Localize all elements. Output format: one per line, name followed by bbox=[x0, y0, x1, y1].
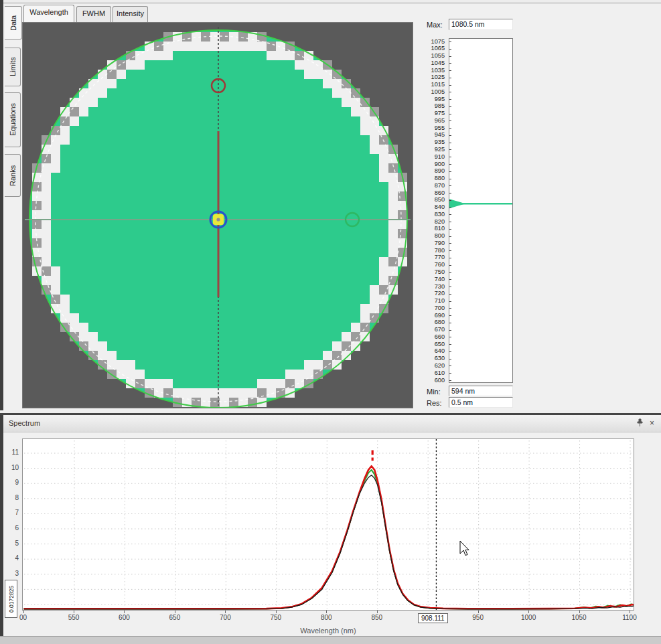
scale-tick-mark bbox=[449, 272, 451, 273]
scale-tick-label: 965 bbox=[425, 118, 445, 124]
x-tick-mark bbox=[74, 611, 74, 613]
scale-tick-label: 1035 bbox=[425, 68, 445, 74]
cursor-y-readout: 0.0172825 bbox=[5, 580, 17, 618]
x-tick-label: 800 bbox=[311, 614, 341, 621]
x-tick-mark bbox=[124, 611, 125, 613]
x-axis-title: Wavelength (nm) bbox=[22, 627, 634, 635]
x-tick-mark bbox=[630, 611, 630, 613]
panel-splitter[interactable] bbox=[0, 410, 661, 415]
max-label: Max: bbox=[427, 21, 443, 29]
scale-tick-label: 800 bbox=[425, 233, 445, 239]
x-tick-label: 1100 bbox=[615, 614, 644, 621]
scale-tick-label: 880 bbox=[425, 175, 445, 181]
scale-tick-label: 610 bbox=[425, 370, 445, 376]
pin-icon[interactable] bbox=[635, 418, 645, 428]
close-icon[interactable]: × bbox=[647, 418, 657, 428]
scale-tick-label: 820 bbox=[425, 219, 445, 225]
scale-tick-mark bbox=[449, 157, 451, 157]
spectrum-title: Spectrum bbox=[9, 419, 40, 427]
scale-tick-label: 935 bbox=[425, 139, 445, 145]
wavelength-histogram[interactable] bbox=[449, 38, 513, 383]
spectrum-plot[interactable] bbox=[22, 438, 634, 611]
res-input[interactable]: 0.5 nm bbox=[449, 397, 513, 408]
scale-tick-mark bbox=[449, 99, 451, 100]
wafer-map-canvas[interactable] bbox=[23, 23, 413, 408]
scale-tick-label: 1065 bbox=[425, 46, 445, 52]
scale-tick-mark bbox=[449, 279, 451, 280]
scale-tick-mark bbox=[449, 171, 451, 172]
scale-tick-mark bbox=[449, 214, 451, 215]
y-tick-label: 3 bbox=[4, 570, 19, 577]
min-input[interactable]: 594 nm bbox=[449, 386, 513, 396]
scale-tick-mark bbox=[449, 351, 451, 352]
scale-tick-mark bbox=[449, 250, 451, 251]
scale-tick-label: 640 bbox=[425, 348, 445, 354]
scale-tick-label: 710 bbox=[425, 298, 445, 304]
scale-tick-mark bbox=[449, 200, 451, 201]
scale-tick-mark bbox=[449, 344, 451, 345]
scale-tick-label: 680 bbox=[425, 319, 445, 325]
side-tab-limits[interactable]: Limits bbox=[5, 48, 21, 86]
scale-tick-label: 1025 bbox=[425, 74, 445, 80]
bottom-resize-bar[interactable] bbox=[0, 636, 661, 644]
scale-tick-label: 860 bbox=[425, 190, 445, 196]
scale-tick-mark bbox=[449, 149, 451, 150]
black-trace bbox=[24, 475, 634, 609]
scale-tick-label: 810 bbox=[425, 226, 445, 232]
top-tab-fwhm[interactable]: FWHM bbox=[76, 6, 111, 22]
window-left-edge bbox=[0, 0, 3, 636]
scale-tick-label: 670 bbox=[425, 327, 445, 333]
wafer-map-panel bbox=[22, 22, 413, 408]
x-tick-label: 750 bbox=[261, 614, 291, 621]
scale-tick-label: 925 bbox=[425, 147, 445, 153]
scale-tick-label: 870 bbox=[425, 183, 445, 189]
scale-tick-label: 840 bbox=[425, 204, 445, 210]
y-tick-label: 8 bbox=[4, 494, 19, 501]
scale-tick-label: 1055 bbox=[425, 53, 445, 59]
scale-tick-mark bbox=[449, 135, 451, 136]
scale-tick-mark bbox=[449, 258, 451, 258]
y-tick-label: 5 bbox=[4, 540, 19, 547]
y-tick-label: 10 bbox=[4, 464, 19, 471]
max-input[interactable]: 1080.5 nm bbox=[449, 19, 513, 30]
scale-tick-label: 740 bbox=[425, 276, 445, 283]
scale-tick-mark bbox=[449, 301, 451, 302]
scale-tick-mark bbox=[449, 193, 451, 193]
scale-tick-label: 760 bbox=[425, 262, 445, 268]
scale-tick-label: 1005 bbox=[425, 89, 445, 95]
top-tab-intensity[interactable]: Intensity bbox=[113, 6, 148, 22]
scale-tick-label: 830 bbox=[425, 212, 445, 218]
x-tick-mark bbox=[478, 611, 479, 613]
min-label: Min: bbox=[427, 388, 441, 396]
scale-tick-label: 900 bbox=[425, 161, 445, 167]
scale-tick-mark bbox=[449, 359, 451, 359]
scale-tick-mark bbox=[449, 308, 451, 309]
red-trace bbox=[24, 466, 634, 609]
scale-tick-mark bbox=[449, 185, 451, 186]
spectrum-titlebar bbox=[3, 415, 661, 432]
scale-tick-label: 770 bbox=[425, 254, 445, 260]
top-tab-wavelength[interactable]: Wavelength bbox=[23, 5, 74, 22]
side-tab-equations[interactable]: Equations bbox=[5, 92, 21, 147]
scale-tick-mark bbox=[449, 63, 451, 64]
scale-tick-label: 1075 bbox=[425, 39, 445, 45]
cursor-x-readout: 908.111 bbox=[418, 613, 448, 623]
scale-tick-mark bbox=[449, 294, 451, 295]
x-tick-label: 1000 bbox=[514, 614, 543, 621]
y-tick-label: 9 bbox=[4, 479, 19, 486]
scale-tick-label: 850 bbox=[425, 197, 445, 203]
side-tab-ranks[interactable]: Ranks bbox=[5, 154, 21, 197]
scale-tick-label: 620 bbox=[425, 363, 445, 369]
side-tab-data[interactable]: Data bbox=[5, 6, 22, 39]
scale-tick-mark bbox=[449, 164, 451, 165]
scale-tick-mark bbox=[449, 380, 451, 381]
scale-tick-mark bbox=[449, 373, 451, 374]
scale-tick-mark bbox=[449, 106, 451, 107]
x-tick-mark bbox=[225, 611, 226, 613]
scale-tick-mark bbox=[449, 114, 451, 114]
scale-tick-label: 890 bbox=[425, 168, 445, 174]
mouse-cursor bbox=[460, 541, 469, 556]
scale-tick-label: 995 bbox=[425, 96, 445, 102]
scale-tick-label: 730 bbox=[425, 284, 445, 290]
scale-tick-label: 790 bbox=[425, 240, 445, 246]
